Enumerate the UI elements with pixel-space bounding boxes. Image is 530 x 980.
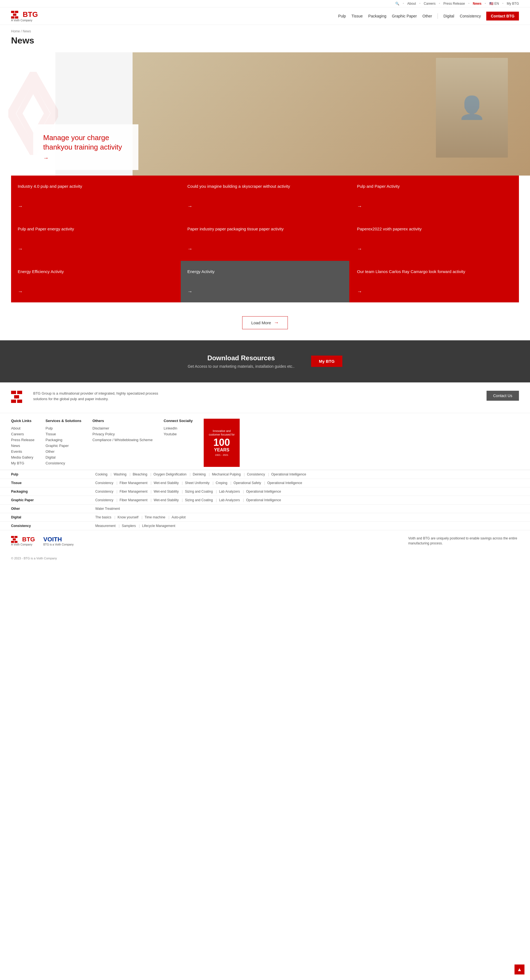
product-link-item[interactable]: Wet-end Stability: [154, 498, 182, 502]
svc-pulp[interactable]: Pulp: [46, 426, 81, 430]
product-link-item[interactable]: Operational Safety: [233, 481, 265, 485]
card-4[interactable]: Paper industry paper packaging tissue pa…: [181, 218, 349, 260]
product-link-item[interactable]: Operational Intelligence: [246, 498, 283, 502]
product-link-item[interactable]: Sizing and Coating: [185, 498, 217, 502]
careers-link[interactable]: Careers: [424, 2, 436, 6]
product-link-item[interactable]: Samplers: [122, 524, 140, 528]
btg-logo: BTG: [11, 10, 38, 19]
product-link-item[interactable]: The basics: [95, 515, 115, 519]
product-link-item[interactable]: Oxygen Delignification: [154, 473, 191, 476]
product-link-item[interactable]: Consistency: [95, 490, 117, 493]
product-link-item[interactable]: Creping: [216, 481, 231, 485]
nav-other[interactable]: Other: [422, 14, 432, 18]
product-link-item[interactable]: Washing: [114, 473, 131, 476]
ql-careers[interactable]: Careers: [11, 432, 35, 436]
hero-content: Manage your charge thankyou training act…: [33, 124, 138, 170]
breadcrumb-home[interactable]: Home: [11, 29, 20, 33]
svc-packaging[interactable]: Packaging: [46, 438, 81, 442]
load-more-button[interactable]: Load More →: [242, 316, 288, 329]
card-6[interactable]: Energy Efficiency Activity →: [11, 261, 179, 302]
card-arrow-4: →: [187, 246, 343, 252]
card-2[interactable]: Pulp and Paper Activity →: [351, 175, 519, 217]
load-more-section: Load More →: [0, 311, 530, 340]
product-link-item[interactable]: Sheet Uniformity: [185, 481, 213, 485]
product-link-item[interactable]: Lifecycle Management: [142, 524, 178, 528]
card-7[interactable]: Energy Activity →: [181, 261, 349, 302]
product-link-item[interactable]: Cooking: [95, 473, 111, 476]
product-link-item[interactable]: Bleaching: [133, 473, 151, 476]
other-privacy[interactable]: Privacy Policy: [92, 432, 152, 436]
svg-rect-4: [15, 16, 18, 19]
ql-press-release[interactable]: Press Release: [11, 438, 35, 442]
hero-arrow[interactable]: →: [43, 155, 129, 161]
product-link-item[interactable]: Sizing and Coating: [185, 490, 217, 493]
product-link-item[interactable]: Know yourself: [117, 515, 143, 519]
product-link-item[interactable]: Consistency: [95, 498, 117, 502]
product-link-item[interactable]: Fiber Management: [119, 481, 151, 485]
product-table-row: Graphic PaperConsistencyFiber Management…: [0, 496, 530, 504]
other-disclaimer[interactable]: Disclaimer: [92, 426, 152, 430]
search-icon[interactable]: 🔍: [395, 2, 399, 6]
product-link-item[interactable]: Operational Intelligence: [267, 481, 305, 485]
nav-packaging[interactable]: Packaging: [368, 14, 386, 18]
product-link-item[interactable]: Operational Intelligence: [271, 473, 308, 476]
ql-about[interactable]: About: [11, 426, 35, 430]
product-link-item[interactable]: Consistency: [247, 473, 269, 476]
svc-tissue[interactable]: Tissue: [46, 432, 81, 436]
card-5[interactable]: Paperex2022 voith paperex activity →: [351, 218, 519, 260]
ql-news[interactable]: News: [11, 444, 35, 448]
card-0[interactable]: Industry 4.0 pulp and paper activity →: [11, 175, 179, 217]
product-link-item[interactable]: Mechanical Pulping: [212, 473, 245, 476]
ql-media-gallery[interactable]: Media Gallery: [11, 455, 35, 460]
product-link-item[interactable]: Lab Analyzers: [219, 490, 244, 493]
social-youtube[interactable]: Youtube: [163, 432, 193, 436]
social-linkedin[interactable]: LinkedIn: [163, 426, 193, 430]
svc-graphic-paper[interactable]: Graphic Paper: [46, 444, 81, 448]
card-title-2: Pulp and Paper Activity: [357, 183, 512, 197]
news-link[interactable]: News: [473, 2, 481, 6]
download-text: Download Resources Get Access to our mar…: [188, 354, 295, 369]
social-list: LinkedIn Youtube: [163, 426, 193, 436]
product-link-item[interactable]: Consistency: [95, 481, 117, 485]
nav-graphic-paper[interactable]: Graphic Paper: [392, 14, 417, 18]
product-link-item[interactable]: Fiber Management: [119, 498, 151, 502]
logo-subtitle: A Voith Company: [11, 19, 32, 22]
mybg-top-link[interactable]: My BTG: [507, 2, 519, 6]
nav-tissue[interactable]: Tissue: [351, 14, 363, 18]
svg-rect-5: [11, 391, 16, 394]
page-title: News: [0, 35, 530, 52]
hero-section: 👤 Manage your charge thankyou training a…: [0, 52, 530, 175]
language-selector[interactable]: 🇺🇸 EN: [489, 2, 499, 6]
footer-tagline: Voith and BTG are uniquely positioned to…: [408, 536, 519, 546]
ql-mybg[interactable]: My BTG: [11, 461, 35, 465]
svg-rect-7: [14, 395, 19, 398]
load-more-label: Load More: [251, 320, 271, 325]
nav-consistency[interactable]: Consistency: [460, 14, 481, 18]
svc-digital[interactable]: Digital: [46, 455, 81, 460]
product-link-item[interactable]: Measurement: [95, 524, 119, 528]
nav-pulp[interactable]: Pulp: [338, 14, 346, 18]
ql-events[interactable]: Events: [11, 449, 35, 453]
other-compliance[interactable]: Compliance / Whistleblowing Scheme: [92, 438, 152, 442]
product-link-item[interactable]: Operational Intelligence: [246, 490, 283, 493]
product-link-item[interactable]: Deinking: [193, 473, 209, 476]
product-link-item[interactable]: Wet-end Stability: [154, 481, 182, 485]
card-8[interactable]: Our team Llanos Carlos Ray Camargo look …: [351, 261, 519, 302]
svc-other[interactable]: Other: [46, 449, 81, 453]
nav-digital[interactable]: Digital: [443, 14, 454, 18]
about-link[interactable]: About: [408, 2, 416, 6]
product-link-item[interactable]: Wet-end Stability: [154, 490, 182, 493]
download-mybg-button[interactable]: My BTG: [311, 356, 342, 367]
product-link-item[interactable]: Water Treatment: [95, 507, 122, 511]
card-3[interactable]: Pulp and Paper energy activity →: [11, 218, 179, 260]
press-release-link[interactable]: Press Release: [443, 2, 465, 6]
product-link-item[interactable]: Fiber Management: [119, 490, 151, 493]
contact-btg-button[interactable]: Contact BTG: [486, 12, 519, 21]
product-table-row: DigitalThe basicsKnow yourselfTime machi…: [0, 513, 530, 522]
product-link-item[interactable]: Lab Analyzers: [219, 498, 244, 502]
svc-consistency[interactable]: Consistency: [46, 461, 81, 465]
product-link-item[interactable]: Auto-pilot: [171, 515, 188, 519]
product-link-item[interactable]: Time machine: [145, 515, 169, 519]
card-1[interactable]: Could you imagine building a skyscraper …: [181, 175, 349, 217]
contact-us-button[interactable]: Contact Us: [487, 391, 519, 401]
